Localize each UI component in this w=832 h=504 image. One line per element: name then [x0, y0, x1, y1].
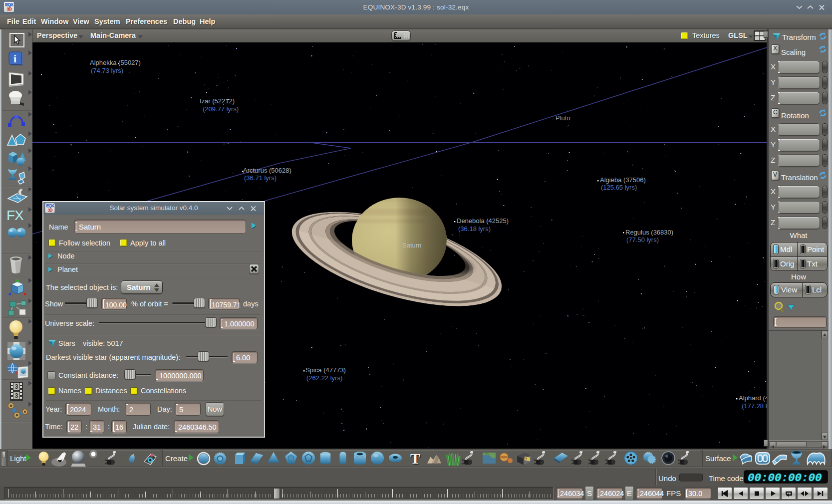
svg-text:Alphekka (55027): Alphekka (55027) — [90, 59, 141, 66]
svg-text:Saturn: Saturn — [402, 242, 421, 249]
svg-text:Spica (47773): Spica (47773) — [305, 366, 346, 374]
svg-text:Arcturus (50628): Arcturus (50628) — [243, 167, 291, 174]
svg-text:(262.22 lyrs): (262.22 lyrs) — [306, 374, 342, 382]
svg-text:(77.50 lyrs): (77.50 lyrs) — [626, 236, 659, 244]
svg-text:(36.71 lyrs): (36.71 lyrs) — [244, 174, 277, 182]
svg-text:Pluto: Pluto — [555, 114, 570, 122]
svg-text:FX: FX — [6, 208, 24, 223]
svg-text:3: 3 — [15, 383, 18, 390]
svg-text:i: i — [13, 52, 16, 65]
svg-text:(209.77 lyrs): (209.77 lyrs) — [203, 105, 239, 113]
svg-text:(177.28 lyrs): (177.28 lyrs) — [742, 402, 767, 410]
svg-text:Algieba (37506): Algieba (37506) — [600, 176, 646, 184]
svg-text:Izar (52212): Izar (52212) — [200, 97, 235, 105]
svg-text:Denebola (42525): Denebola (42525) — [457, 217, 509, 225]
svg-text:(74.73 lyrs): (74.73 lyrs) — [91, 67, 123, 74]
svg-text:3: 3 — [15, 392, 18, 399]
svg-text:(36.18 lyrs): (36.18 lyrs) — [458, 225, 491, 233]
svg-text:Regulus (36830): Regulus (36830) — [625, 229, 673, 236]
svg-text:Alphard (46390): Alphard (46390) — [739, 394, 767, 402]
svg-text:(125.65 lyrs): (125.65 lyrs) — [601, 184, 637, 191]
